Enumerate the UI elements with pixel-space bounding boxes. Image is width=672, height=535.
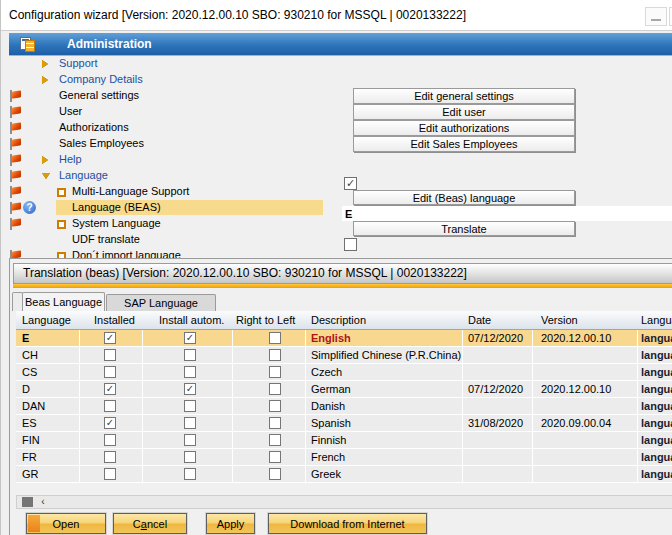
flag-icon bbox=[10, 170, 22, 182]
minimize-icon bbox=[651, 19, 661, 21]
configuration-wizard-window: Configuration wizard [Version: 2020.12.0… bbox=[0, 0, 672, 535]
install-autom-checkbox[interactable] bbox=[184, 349, 196, 361]
cell-description: Danish bbox=[311, 400, 345, 412]
tree-item-label: Authorizations bbox=[59, 121, 129, 133]
cell-description: Finnish bbox=[311, 434, 346, 446]
open-button[interactable]: Open bbox=[26, 513, 106, 534]
install-autom-checkbox[interactable] bbox=[184, 434, 196, 446]
install-autom-checkbox[interactable] bbox=[184, 366, 196, 378]
installed-checkbox[interactable]: ✓ bbox=[104, 417, 116, 429]
multi-language-support-checkbox[interactable]: ✓ bbox=[344, 177, 357, 190]
cell-language-code: DAN bbox=[22, 400, 45, 412]
installed-checkbox[interactable] bbox=[104, 468, 116, 480]
cell-language-code: CH bbox=[22, 349, 38, 361]
tree-item-label: Help bbox=[59, 153, 82, 165]
cell-language-code: D bbox=[22, 383, 30, 395]
tree-item-help[interactable]: Help bbox=[9, 152, 672, 168]
right-to-left-checkbox[interactable] bbox=[269, 349, 281, 361]
chevron-down-icon[interactable] bbox=[42, 173, 50, 179]
edit-general-settings-button[interactable]: Edit general settings bbox=[353, 88, 575, 104]
table-row-fin[interactable]: FINFinnishlanguage bbox=[16, 432, 672, 449]
cell-date: 07/12/2020 bbox=[468, 332, 523, 344]
grid-line bbox=[637, 330, 638, 483]
chevron-right-icon[interactable] bbox=[42, 156, 48, 164]
tree-item-support[interactable]: Support bbox=[9, 56, 672, 72]
install-autom-checkbox[interactable] bbox=[184, 417, 196, 429]
cell-language-file: language bbox=[641, 468, 672, 480]
edit-beas-language-button[interactable]: Edit (Beas) language bbox=[353, 190, 575, 205]
cell-language-file: language bbox=[641, 332, 672, 344]
column-header-right-to-left-3: Right to Left bbox=[236, 314, 295, 326]
right-to-left-checkbox[interactable] bbox=[269, 468, 281, 480]
scroll-left-icon[interactable]: ‹ bbox=[36, 496, 50, 508]
installed-checkbox[interactable] bbox=[104, 451, 116, 463]
right-to-left-checkbox[interactable] bbox=[269, 383, 281, 395]
download-from-internet-button[interactable]: Download from Internet bbox=[268, 513, 427, 534]
cell-language-code: FIN bbox=[22, 434, 40, 446]
edit-sales-employees-button[interactable]: Edit Sales Employees bbox=[353, 136, 575, 152]
install-autom-checkbox[interactable] bbox=[184, 400, 196, 412]
installed-checkbox[interactable] bbox=[104, 434, 116, 446]
grid-line bbox=[305, 330, 306, 483]
chevron-right-icon[interactable] bbox=[42, 76, 48, 84]
apply-button[interactable]: Apply bbox=[206, 513, 255, 534]
table-row-ch[interactable]: CHSimplified Chinese (P.R.China)language bbox=[16, 347, 672, 364]
grid-line bbox=[532, 330, 533, 483]
right-to-left-checkbox[interactable] bbox=[269, 434, 281, 446]
right-to-left-checkbox[interactable] bbox=[269, 366, 281, 378]
grid-line bbox=[79, 330, 80, 483]
node-bullet-icon bbox=[57, 220, 66, 229]
installed-checkbox[interactable] bbox=[104, 349, 116, 361]
cell-date: 31/08/2020 bbox=[468, 417, 523, 429]
flag-icon bbox=[10, 122, 22, 134]
install-autom-checkbox[interactable]: ✓ bbox=[184, 332, 196, 344]
column-header-language-7: Language bbox=[641, 314, 672, 326]
right-to-left-checkbox[interactable] bbox=[269, 451, 281, 463]
table-row-d[interactable]: D✓✓German07/12/20202020.12.00.10language bbox=[16, 381, 672, 398]
language-table-header: LanguageInstalledInstall autom.Right to … bbox=[16, 311, 672, 330]
installed-checkbox[interactable] bbox=[104, 400, 116, 412]
scrollbar-thumb[interactable] bbox=[22, 497, 33, 507]
tab-beas-language[interactable]: Beas Language bbox=[22, 292, 105, 311]
installed-checkbox[interactable] bbox=[104, 366, 116, 378]
install-autom-checkbox[interactable]: ✓ bbox=[184, 383, 196, 395]
cell-language-code: ES bbox=[22, 417, 37, 429]
minimize-button[interactable] bbox=[645, 7, 667, 26]
dont-import-language-checkbox[interactable] bbox=[344, 238, 357, 251]
table-row-gr[interactable]: GRGreeklanguage bbox=[16, 466, 672, 483]
column-header-version-6: Version bbox=[541, 314, 578, 326]
tab-sap-language[interactable]: SAP Language bbox=[106, 294, 216, 311]
cancel-button[interactable]: Cancel bbox=[113, 513, 187, 534]
table-row-dan[interactable]: DANDanishlanguage bbox=[16, 398, 672, 415]
horizontal-scrollbar[interactable]: ‹ bbox=[16, 495, 672, 509]
installed-checkbox[interactable]: ✓ bbox=[104, 383, 116, 395]
install-autom-checkbox[interactable] bbox=[184, 468, 196, 480]
table-row-e[interactable]: E✓✓English07/12/20202020.12.00.10languag… bbox=[16, 330, 672, 347]
flag-icon bbox=[10, 138, 22, 150]
cell-language-code: CS bbox=[22, 366, 37, 378]
right-to-left-checkbox[interactable] bbox=[269, 400, 281, 412]
cell-description: Czech bbox=[311, 366, 342, 378]
administration-header[interactable]: Administration bbox=[9, 33, 672, 56]
install-autom-checkbox[interactable] bbox=[184, 451, 196, 463]
table-row-es[interactable]: ES✓Spanish31/08/20202020.09.00.04languag… bbox=[16, 415, 672, 432]
installed-checkbox[interactable]: ✓ bbox=[104, 332, 116, 344]
edit-user-button[interactable]: Edit user bbox=[353, 104, 575, 120]
right-to-left-checkbox[interactable] bbox=[269, 332, 281, 344]
flag-icon bbox=[10, 106, 22, 118]
table-row-fr[interactable]: FRFrenchlanguage bbox=[16, 449, 672, 466]
tree-item-label: Language (BEAS) bbox=[72, 201, 161, 213]
tree-item-company-details[interactable]: Company Details bbox=[9, 72, 672, 88]
column-header-language-0: Language bbox=[22, 314, 71, 326]
tree-item-label: Support bbox=[59, 57, 98, 69]
tree-item-language[interactable]: Language bbox=[9, 168, 672, 184]
translate-button[interactable]: Translate bbox=[353, 221, 575, 236]
column-header-date-5: Date bbox=[468, 314, 491, 326]
table-row-cs[interactable]: CSCzechlanguage bbox=[16, 364, 672, 381]
cell-version: 2020.12.00.10 bbox=[541, 332, 611, 344]
cell-version: 2020.12.00.10 bbox=[541, 383, 611, 395]
edit-authorizations-button[interactable]: Edit authorizations bbox=[353, 120, 575, 136]
chevron-right-icon[interactable] bbox=[42, 60, 48, 68]
right-to-left-checkbox[interactable] bbox=[269, 417, 281, 429]
system-language-input[interactable] bbox=[342, 206, 672, 221]
